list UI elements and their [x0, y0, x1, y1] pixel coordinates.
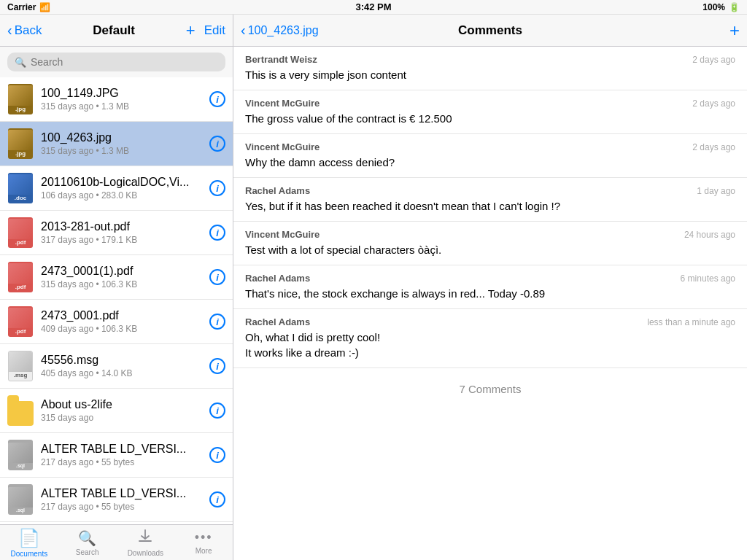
list-item[interactable]: .sql ALTER TABLE LD_VERSI... 217 days ag… [0, 433, 233, 478]
file-type-icon: .pdf [7, 217, 34, 249]
file-name: ALTER TABLE LD_VERSI... [41, 443, 209, 456]
comment-text: Test with a lot of special characters òà… [245, 242, 735, 257]
file-list: .jpg 100_1149.JPG 315 days ago • 1.3 MB … [0, 77, 233, 524]
file-name: About us-2life [41, 398, 209, 411]
search-input-wrap: 🔍 [7, 52, 225, 71]
tab-more[interactable]: ••• More [174, 530, 233, 555]
right-back-label: 100_4263.jpg [248, 24, 319, 37]
comment-time: 2 days ago [692, 55, 735, 65]
file-info: ALTER TABLE LD_VERSI... 217 days ago • 5… [41, 487, 209, 512]
comment-author: Rachel Adams [245, 316, 310, 327]
back-button[interactable]: ‹ Back [7, 22, 42, 39]
comment-author: Vincent McGuire [245, 141, 320, 152]
tab-search[interactable]: 🔍 Search [58, 529, 117, 556]
comment-header: Rachel Adams less than a minute ago [245, 316, 735, 327]
comment-header: Rachel Adams 6 minutes ago [245, 273, 735, 284]
back-label: Back [15, 23, 42, 38]
file-name: 2473_0001.pdf [41, 309, 209, 322]
add-comment-button[interactable]: + [729, 20, 740, 41]
comment-text: The gross value of the contract is € 12.… [245, 111, 735, 126]
info-button[interactable]: i [209, 491, 225, 508]
comment-item: Rachel Adams 1 day ago Yes, but if it ha… [233, 178, 747, 222]
right-nav-bar: ‹ 100_4263.jpg Comments + [233, 15, 747, 47]
file-meta: 106 days ago • 283.0 KB [41, 190, 209, 201]
comment-item: Rachel Adams 6 minutes ago That's nice, … [233, 265, 747, 309]
comment-item: Rachel Adams less than a minute ago Oh, … [233, 309, 747, 368]
comments-list: Bertrandt Weisz 2 days ago This is a ver… [233, 47, 747, 560]
comments-count: 7 Comments [233, 368, 747, 410]
file-name: 45556.msg [41, 354, 209, 367]
list-item[interactable]: .msg 45556.msg 405 days ago • 14.0 KB i [0, 344, 233, 389]
back-chevron-icon: ‹ [241, 22, 246, 39]
chevron-left-icon: ‹ [7, 22, 12, 39]
comment-text: Why the damn access denied? [245, 155, 735, 170]
more-icon: ••• [195, 530, 213, 545]
list-item[interactable]: .jpg 100_4263.jpg 315 days ago • 1.3 MB … [0, 122, 233, 166]
info-button[interactable]: i [209, 402, 225, 419]
edit-button[interactable]: Edit [204, 23, 225, 38]
right-panel: ‹ 100_4263.jpg Comments + Bertrandt Weis… [233, 15, 747, 560]
comment-item: Bertrandt Weisz 2 days ago This is a ver… [233, 47, 747, 90]
file-name: 100_4263.jpg [41, 131, 209, 144]
file-meta: 315 days ago • 106.3 KB [41, 279, 209, 289]
tab-downloads[interactable]: Downloads [117, 528, 175, 557]
tab-more-label: More [196, 547, 212, 555]
comment-text: Yes, but if it has been reached it doesn… [245, 198, 735, 214]
list-item[interactable]: .jpg 100_1149.JPG 315 days ago • 1.3 MB … [0, 77, 233, 122]
file-type-icon: .sql [7, 483, 34, 516]
search-icon: 🔍 [15, 57, 26, 68]
info-button[interactable]: i [209, 314, 225, 330]
downloads-icon [137, 528, 153, 548]
comment-header: Vincent McGuire 24 hours ago [245, 229, 735, 240]
comment-header: Vincent McGuire 2 days ago [245, 141, 735, 152]
file-type-icon [7, 394, 34, 427]
list-item[interactable]: .pdf 2013-281-out.pdf 317 days ago • 179… [0, 211, 233, 255]
list-item[interactable]: .pdf 2473_0001(1).pdf 315 days ago • 106… [0, 255, 233, 300]
file-info: ALTER TABLE LD_VERSI... 217 days ago • 5… [41, 443, 209, 467]
documents-icon: 📄 [18, 528, 40, 548]
file-info: 2013-281-out.pdf 317 days ago • 179.1 KB [41, 220, 209, 245]
right-back-button[interactable]: ‹ 100_4263.jpg [241, 22, 365, 39]
comment-author: Rachel Adams [245, 273, 310, 284]
status-bar-time: 3:42 PM [355, 1, 391, 12]
list-item[interactable]: About us-2life 315 days ago i [0, 389, 233, 433]
file-type-icon: .pdf [7, 261, 34, 293]
comment-time: 24 hours ago [684, 230, 735, 240]
file-meta: 315 days ago • 1.3 MB [41, 146, 209, 156]
comment-header: Vincent McGuire 2 days ago [245, 98, 735, 109]
battery-icon: 🔋 [729, 2, 740, 12]
list-item[interactable]: .sql ALTER TABLE LD_VERSI... 217 days ag… [0, 478, 233, 522]
right-nav-actions: + [615, 20, 740, 41]
file-info: 100_4263.jpg 315 days ago • 1.3 MB [41, 131, 209, 156]
list-item[interactable]: .pdf 2473_0001.pdf 409 days ago • 106.3 … [0, 300, 233, 344]
info-button[interactable]: i [209, 91, 225, 107]
info-button[interactable]: i [209, 358, 225, 374]
comment-time: 1 day ago [697, 186, 735, 196]
comment-author: Rachel Adams [245, 185, 310, 196]
info-button[interactable]: i [209, 225, 225, 241]
info-button[interactable]: i [209, 180, 225, 196]
file-type-icon: .jpg [7, 83, 34, 115]
status-bar-left: Carrier 📶 [7, 2, 50, 12]
file-info: About us-2life 315 days ago [41, 398, 209, 423]
info-button[interactable]: i [209, 447, 225, 463]
comment-header: Rachel Adams 1 day ago [245, 185, 735, 196]
comment-text: This is a very simple json content [245, 67, 735, 82]
file-meta: 315 days ago [41, 413, 209, 423]
left-nav-title: Default [93, 23, 135, 38]
status-bar: Carrier 📶 3:42 PM 100% 🔋 [0, 0, 747, 15]
file-name: ALTER TABLE LD_VERSI... [41, 487, 209, 500]
file-name: 100_1149.JPG [41, 87, 209, 100]
search-input[interactable] [31, 56, 218, 68]
status-bar-right: 100% 🔋 [703, 2, 740, 12]
info-button[interactable]: i [209, 136, 225, 152]
list-item[interactable]: .doc 20110610b-LogicalDOC,Vi... 106 days… [0, 166, 233, 211]
file-meta: 317 days ago • 179.1 KB [41, 235, 209, 245]
add-button[interactable]: + [186, 21, 196, 40]
file-type-icon: .sql [7, 439, 34, 471]
file-info: 20110610b-LogicalDOC,Vi... 106 days ago … [41, 176, 209, 201]
file-type-icon: .msg [7, 350, 34, 382]
tab-documents[interactable]: 📄 Documents [0, 528, 58, 558]
left-panel: ‹ Back Default + Edit 🔍 . [0, 15, 233, 560]
info-button[interactable]: i [209, 269, 225, 285]
